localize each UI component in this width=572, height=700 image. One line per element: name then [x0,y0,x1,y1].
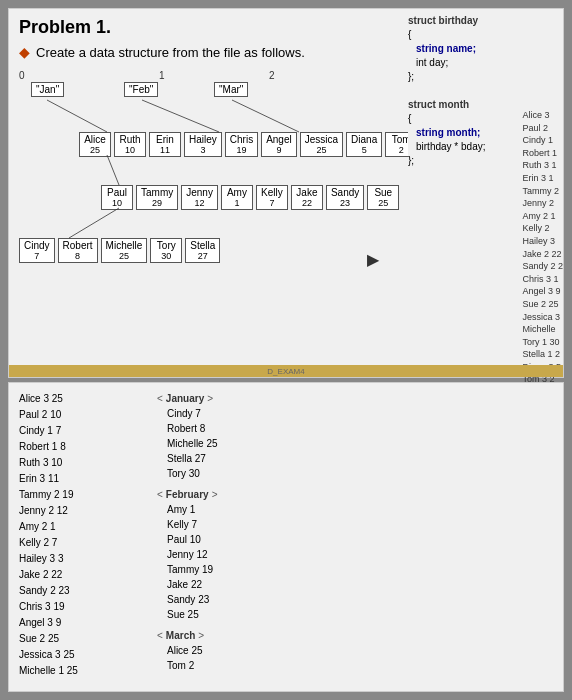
svg-line-4 [69,208,119,238]
level1-nodes: Alice25 Ruth10 Erin11 Hailey3 Chris19 An… [79,132,417,157]
bottom-left-item: Amy 2 1 [19,519,149,535]
month-section: < February >Amy 1Kelly 7Paul 10Jenny 12T… [157,487,553,622]
month-entry: Jake 22 [167,577,553,592]
field-birthday-bday: birthday * bday; [416,141,486,152]
node-sue: Sue25 [367,185,399,210]
node-sandy: Sandy23 [326,185,364,210]
month-left-arrow[interactable]: < [157,391,163,406]
node-ruth: Ruth10 [114,132,146,157]
right-list-item: Jake 2 22 [522,248,563,261]
bottom-left-item: Michelle 1 25 [19,663,149,679]
month-right-arrow[interactable]: > [198,628,204,643]
month-name: March [166,628,195,643]
main-container: Problem 1. ◆ Create a data structure fro… [0,0,572,700]
node-erin: Erin11 [149,132,181,157]
node-amy: Amy1 [221,185,253,210]
tree-lines [19,70,409,350]
right-list: Alice 3Paul 2Cindy 1Robert 1Ruth 3 1Erin… [522,109,563,386]
bottom-left-item: Ruth 3 10 [19,455,149,471]
bottom-left-item: Sue 2 25 [19,631,149,647]
right-list-item: Michelle [522,323,563,336]
bottom-left-item: Cindy 1 7 [19,423,149,439]
month-entry: Cindy 7 [167,406,553,421]
month-entry: Tom 2 [167,658,553,673]
right-list-item: Amy 2 1 [522,210,563,223]
month-entry: Michelle 25 [167,436,553,451]
month-name: January [166,391,204,406]
right-list-item: Alice 3 [522,109,563,122]
node-alice: Alice25 [79,132,111,157]
node-feb: "Feb" [124,82,158,97]
right-list-item: Sue 2 25 [522,298,563,311]
month-section: < March >Alice 25Tom 2 [157,628,553,673]
level2-nodes: Paul10 Tammy29 Jenny12 Amy1 Kelly7 Jake2… [101,185,399,210]
bottom-left-item: Erin 3 11 [19,471,149,487]
node-paul: Paul10 [101,185,133,210]
bottom-left-list: Alice 3 25Paul 2 10Cindy 1 7Robert 1 8Ru… [19,391,149,683]
right-list-item: Paul 2 [522,122,563,135]
bottom-left-item: Robert 1 8 [19,439,149,455]
right-list-item: Hailey 3 [522,235,563,248]
right-list-item: Tammy 2 [522,185,563,198]
month-entry: Jenny 12 [167,547,553,562]
bottom-left-item: Kelly 2 7 [19,535,149,551]
field-int-day: int day; [416,57,448,68]
right-list-item: Erin 3 1 [522,172,563,185]
month-entry: Kelly 7 [167,517,553,532]
field-string-month: string month; [416,127,480,138]
node-jan: "Jan" [31,82,64,97]
bottom-left-item: Alice 3 25 [19,391,149,407]
node-mar: "Mar" [214,82,248,97]
node-chris: Chris19 [225,132,258,157]
right-list-item: Stella 1 2 [522,348,563,361]
month-header: < January > [157,391,553,406]
bottom-left-item: Angel 3 9 [19,615,149,631]
field-string-name: string name; [416,43,476,54]
month-entry: Sue 25 [167,607,553,622]
bottom-left-item: Hailey 3 3 [19,551,149,567]
svg-line-0 [47,100,107,132]
node-jenny: Jenny12 [181,185,218,210]
bottom-left-item: Sandy 2 23 [19,583,149,599]
bottom-left-item: Jessica 3 25 [19,647,149,663]
right-list-item: Cindy 1 [522,134,563,147]
level-1-label: 1 [159,70,165,81]
month-entry: Alice 25 [167,643,553,658]
month-entry: Amy 1 [167,502,553,517]
right-list-item: Angel 3 9 [522,285,563,298]
node-jake: Jake22 [291,185,323,210]
month-left-arrow[interactable]: < [157,487,163,502]
struct-birthday-header: struct birthday [408,15,478,26]
svg-line-1 [142,100,219,132]
month-left-arrow[interactable]: < [157,628,163,643]
month-right-arrow[interactable]: > [207,391,213,406]
node-michelle: Michelle25 [101,238,148,263]
bottom-right-months: < January >Cindy 7Robert 8Michelle 25Ste… [157,391,553,683]
month-entry: Sandy 23 [167,592,553,607]
month-entry: Tory 30 [167,466,553,481]
node-stella: Stella27 [185,238,220,263]
right-list-item: Robert 1 [522,147,563,160]
month-entry: Tammy 19 [167,562,553,577]
bottom-bar: D_EXAM4 [9,365,563,377]
right-list-item: Jenny 2 [522,197,563,210]
node-hailey: Hailey3 [184,132,222,157]
svg-line-3 [107,155,119,185]
month-right-arrow[interactable]: > [212,487,218,502]
month-entry: Paul 10 [167,532,553,547]
slide-top: Problem 1. ◆ Create a data structure fro… [8,8,564,378]
slide-bottom: Alice 3 25Paul 2 10Cindy 1 7Robert 1 8Ru… [8,382,564,692]
bottom-left-item: Paul 2 10 [19,407,149,423]
node-cindy: Cindy7 [19,238,55,263]
cursor-icon: ▶ [367,250,379,269]
right-list-item: Ruth 3 1 [522,159,563,172]
bottom-left-item: Chris 3 19 [19,599,149,615]
node-robert: Robert8 [58,238,98,263]
right-list-item: Jessica 3 [522,311,563,324]
right-list-item: Chris 3 1 [522,273,563,286]
month-entry: Robert 8 [167,421,553,436]
bottom-left-item: Jenny 2 12 [19,503,149,519]
bottom-left-item: Tammy 2 19 [19,487,149,503]
right-list-item: Tory 1 30 [522,336,563,349]
node-tory: Tory30 [150,238,182,263]
